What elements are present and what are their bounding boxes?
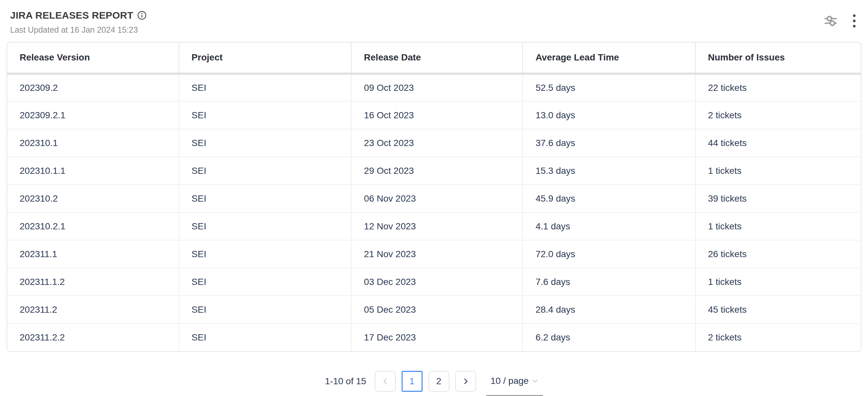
- table-row: 202309.2SEI09 Oct 202352.5 days22 ticket…: [7, 73, 861, 101]
- cell-release_version: 202309.2: [7, 73, 179, 101]
- cell-num_issues: 1 tickets: [695, 157, 861, 185]
- cell-release_version: 202310.1.1: [7, 157, 179, 185]
- cell-project: SEI: [179, 296, 351, 324]
- cell-avg_lead_time: 13.0 days: [523, 101, 695, 129]
- column-header-release_version: Release Version: [7, 42, 179, 73]
- chevron-left-icon: [382, 378, 389, 385]
- table-row: 202310.1.1SEI29 Oct 202315.3 days1 ticke…: [7, 157, 861, 185]
- page-title: JIRA RELEASES REPORT: [10, 10, 133, 21]
- table-row: 202311.2.2SEI17 Dec 20236.2 days2 ticket…: [7, 324, 861, 351]
- cell-release_date: 29 Oct 2023: [351, 157, 523, 185]
- pagination: 1-10 of 15 1 2 10 / page: [0, 367, 868, 396]
- cell-release_date: 17 Dec 2023: [351, 324, 523, 351]
- cell-release_version: 202311.2.2: [7, 324, 179, 351]
- cell-avg_lead_time: 52.5 days: [523, 73, 695, 101]
- pagination-next-button[interactable]: [455, 371, 476, 392]
- cell-num_issues: 1 tickets: [695, 268, 861, 296]
- pagination-page-2[interactable]: 2: [428, 371, 450, 392]
- cell-project: SEI: [179, 73, 351, 101]
- cell-num_issues: 2 tickets: [695, 324, 861, 351]
- cell-project: SEI: [179, 157, 351, 185]
- cell-release_date: 21 Nov 2023: [351, 240, 523, 268]
- cell-num_issues: 45 tickets: [695, 296, 861, 324]
- chevron-right-icon: [462, 378, 469, 385]
- cell-release_date: 12 Nov 2023: [351, 212, 523, 240]
- cell-release_version: 202311.1: [7, 240, 179, 268]
- table-header-row: Release VersionProjectRelease DateAverag…: [7, 42, 861, 73]
- cell-release_version: 202310.2: [7, 185, 179, 212]
- page-size-label: 10 / page: [491, 376, 529, 386]
- cell-num_issues: 2 tickets: [695, 101, 861, 129]
- column-header-num_issues: Number of Issues: [695, 42, 861, 73]
- cell-project: SEI: [179, 212, 351, 240]
- cell-num_issues: 39 tickets: [695, 185, 861, 212]
- info-icon[interactable]: [137, 11, 147, 20]
- cell-project: SEI: [179, 101, 351, 129]
- column-header-avg_lead_time: Average Lead Time: [523, 42, 695, 73]
- cell-release_date: 06 Nov 2023: [351, 185, 523, 212]
- cell-release_date: 16 Oct 2023: [351, 101, 523, 129]
- cell-project: SEI: [179, 324, 351, 351]
- table-row: 202311.2SEI05 Dec 202328.4 days45 ticket…: [7, 296, 861, 324]
- pagination-page-1[interactable]: 1: [402, 371, 423, 392]
- cell-num_issues: 1 tickets: [695, 212, 861, 240]
- cell-project: SEI: [179, 129, 351, 157]
- releases-table: Release VersionProjectRelease DateAverag…: [6, 42, 862, 352]
- table-row: 202310.2.1SEI12 Nov 20234.1 days1 ticket…: [7, 212, 861, 240]
- cell-release_date: 09 Oct 2023: [351, 73, 523, 101]
- cell-release_date: 23 Oct 2023: [351, 129, 523, 157]
- cell-avg_lead_time: 4.1 days: [523, 212, 695, 240]
- cell-project: SEI: [179, 240, 351, 268]
- column-header-release_date: Release Date: [351, 42, 523, 73]
- table-row: 202309.2.1SEI16 Oct 202313.0 days2 ticke…: [7, 101, 861, 129]
- chevron-down-icon: [532, 378, 538, 384]
- cell-project: SEI: [179, 268, 351, 296]
- table-row: 202311.1.2SEI03 Dec 20237.6 days1 ticket…: [7, 268, 861, 296]
- cell-num_issues: 44 tickets: [695, 129, 861, 157]
- pagination-prev-button[interactable]: [375, 371, 396, 392]
- table-row: 202310.1SEI23 Oct 202337.6 days44 ticket…: [7, 129, 861, 157]
- cell-release_date: 03 Dec 2023: [351, 268, 523, 296]
- cell-release_version: 202311.2: [7, 296, 179, 324]
- cell-release_version: 202310.1: [7, 129, 179, 157]
- cell-avg_lead_time: 72.0 days: [523, 240, 695, 268]
- table-row: 202311.1SEI21 Nov 202372.0 days26 ticket…: [7, 240, 861, 268]
- cell-release_version: 202311.1.2: [7, 268, 179, 296]
- cell-avg_lead_time: 6.2 days: [523, 324, 695, 351]
- cell-avg_lead_time: 37.6 days: [523, 129, 695, 157]
- cell-release_version: 202310.2.1: [7, 212, 179, 240]
- table-row: 202310.2SEI06 Nov 202345.9 days39 ticket…: [7, 185, 861, 212]
- cell-release_date: 05 Dec 2023: [351, 296, 523, 324]
- cell-num_issues: 22 tickets: [695, 73, 861, 101]
- filter-sliders-icon[interactable]: [824, 14, 837, 28]
- column-header-project: Project: [179, 42, 351, 73]
- report-header: JIRA RELEASES REPORT Last Updated at 16 …: [10, 10, 147, 35]
- cell-release_version: 202309.2.1: [7, 101, 179, 129]
- cell-num_issues: 26 tickets: [695, 240, 861, 268]
- page-size-select[interactable]: 10 / page: [486, 367, 543, 396]
- cell-avg_lead_time: 7.6 days: [523, 268, 695, 296]
- cell-avg_lead_time: 45.9 days: [523, 185, 695, 212]
- last-updated-label: Last Updated at 16 Jan 2024 15:23: [10, 25, 147, 35]
- cell-avg_lead_time: 15.3 days: [523, 157, 695, 185]
- pagination-range: 1-10 of 15: [325, 376, 366, 387]
- header-actions: [824, 14, 856, 28]
- kebab-menu-icon[interactable]: [852, 14, 856, 28]
- cell-avg_lead_time: 28.4 days: [523, 296, 695, 324]
- cell-project: SEI: [179, 185, 351, 212]
